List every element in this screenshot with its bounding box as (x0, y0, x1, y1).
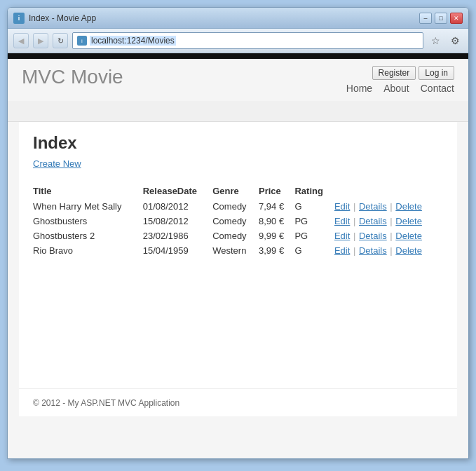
cell-rating: PG (294, 228, 334, 243)
tab-title: Index - Movie App (29, 13, 419, 23)
cell-price: 9,99 € (259, 228, 294, 243)
delete-link[interactable]: Delete (395, 245, 422, 256)
header-divider (8, 101, 468, 122)
cell-actions: Edit | Details | Delete (334, 199, 443, 214)
delete-link[interactable]: Delete (395, 216, 422, 226)
table-row: Rio Bravo 15/04/1959 Western 3,99 € G Ed… (33, 243, 443, 258)
restore-button[interactable]: □ (435, 13, 447, 24)
app-title: MVC Movie (22, 66, 123, 88)
auth-buttons: Register Log in (372, 66, 454, 80)
edit-link[interactable]: Edit (334, 231, 350, 241)
cell-genre: Comedy (212, 199, 259, 214)
cell-title: Rio Bravo (33, 243, 143, 258)
page-content: MVC Movie Register Log in Home About Con… (8, 59, 468, 458)
separator: | (388, 201, 395, 212)
address-bar[interactable]: i localhost:1234/Movies (72, 32, 423, 49)
separator: | (388, 245, 395, 256)
browser-window: i Index - Movie App – □ ✕ ◀ ▶ ↻ i localh… (7, 7, 469, 459)
edit-link[interactable]: Edit (334, 216, 350, 226)
col-price: Price (259, 183, 294, 199)
minimize-button[interactable]: – (419, 13, 432, 24)
forward-button[interactable]: ▶ (33, 33, 48, 48)
cell-price: 7,94 € (259, 199, 294, 214)
cell-genre: Comedy (212, 214, 259, 228)
table-row: Ghostbusters 15/08/2012 Comedy 8,90 € PG… (33, 214, 443, 228)
cell-genre: Western (212, 243, 259, 258)
cell-rating: G (294, 243, 334, 258)
cell-title: Ghostbusters 2 (33, 228, 143, 243)
address-text: localhost:1234/Movies (90, 36, 176, 46)
refresh-button[interactable]: ↻ (53, 33, 68, 48)
nav-home[interactable]: Home (346, 83, 372, 94)
nav-about[interactable]: About (383, 83, 409, 94)
cell-title: Ghostbusters (33, 214, 143, 228)
table-row: Ghostbusters 2 23/02/1986 Comedy 9,99 € … (33, 228, 443, 243)
cell-actions: Edit | Details | Delete (334, 243, 443, 258)
details-link[interactable]: Details (359, 201, 387, 212)
movies-table: Title ReleaseDate Genre Price Rating Whe… (33, 183, 443, 258)
close-button[interactable]: ✕ (450, 13, 463, 24)
cell-price: 8,90 € (259, 214, 294, 228)
bottom-space (8, 416, 468, 458)
title-bar: i Index - Movie App – □ ✕ (8, 8, 468, 29)
accent-bar (8, 53, 468, 59)
separator: | (388, 216, 395, 226)
settings-icon[interactable]: ⚙ (447, 33, 463, 48)
delete-link[interactable]: Delete (395, 231, 422, 241)
cell-rating: G (294, 199, 334, 214)
window-controls: – □ ✕ (419, 13, 463, 24)
back-button[interactable]: ◀ (13, 33, 29, 48)
register-button[interactable]: Register (372, 66, 416, 80)
main-content: Index Create New Title ReleaseDate Genre… (19, 122, 457, 388)
delete-link[interactable]: Delete (395, 201, 422, 212)
tab-favicon: i (13, 13, 25, 24)
cell-genre: Comedy (212, 228, 259, 243)
nav-contact[interactable]: Contact (421, 83, 454, 94)
cell-actions: Edit | Details | Delete (334, 214, 443, 228)
page-title: Index (33, 133, 443, 153)
create-new-link[interactable]: Create New (33, 158, 81, 169)
page-footer: © 2012 - My ASP.NET MVC Application (19, 388, 457, 416)
details-link[interactable]: Details (359, 245, 387, 256)
cell-release-date: 15/08/2012 (143, 214, 212, 228)
separator: | (351, 231, 358, 241)
cell-release-date: 15/04/1959 (143, 243, 212, 258)
header-right: Register Log in Home About Contact (346, 66, 454, 94)
footer-text: © 2012 - My ASP.NET MVC Application (33, 398, 179, 408)
cell-title: When Harry Met Sally (33, 199, 143, 214)
details-link[interactable]: Details (359, 231, 387, 241)
col-rating: Rating (294, 183, 334, 199)
cell-release-date: 01/08/2012 (143, 199, 212, 214)
col-actions (334, 183, 443, 199)
cell-price: 3,99 € (259, 243, 294, 258)
nav-links: Home About Contact (346, 83, 454, 94)
cell-actions: Edit | Details | Delete (334, 228, 443, 243)
separator: | (388, 231, 395, 241)
browser-toolbar: ◀ ▶ ↻ i localhost:1234/Movies ☆ ⚙ (8, 29, 468, 53)
table-row: When Harry Met Sally 01/08/2012 Comedy 7… (33, 199, 443, 214)
app-header: MVC Movie Register Log in Home About Con… (8, 59, 468, 101)
cell-rating: PG (294, 214, 334, 228)
separator: | (351, 201, 358, 212)
col-genre: Genre (212, 183, 259, 199)
edit-link[interactable]: Edit (334, 245, 350, 256)
address-favicon: i (77, 36, 87, 46)
separator: | (351, 245, 358, 256)
edit-link[interactable]: Edit (334, 201, 350, 212)
separator: | (351, 216, 358, 226)
col-release-date: ReleaseDate (143, 183, 212, 199)
cell-release-date: 23/02/1986 (143, 228, 212, 243)
col-title: Title (33, 183, 143, 199)
details-link[interactable]: Details (359, 216, 387, 226)
bookmark-icon[interactable]: ☆ (428, 33, 443, 48)
login-button[interactable]: Log in (419, 66, 454, 80)
